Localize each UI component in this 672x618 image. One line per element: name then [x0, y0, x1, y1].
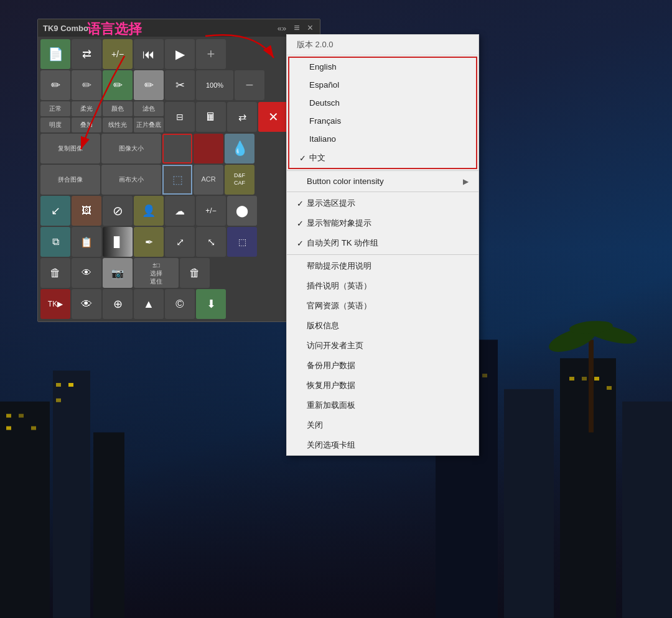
dark-circle-button[interactable]: ⬤ — [227, 196, 257, 226]
submenu-arrow-icon: ▶ — [463, 177, 469, 186]
blend-col-1: 正常 明度 — [40, 101, 70, 132]
select-outline-button[interactable]: ⬚ — [162, 165, 192, 195]
plus-minus-button[interactable]: +/− — [196, 196, 226, 226]
menu-version: 版本 2.0.0 — [287, 35, 478, 55]
menu-restore[interactable]: 恢复用户数据 — [287, 376, 478, 395]
red-fill-button[interactable] — [194, 134, 223, 164]
calculator-button[interactable]: 🖩 — [196, 102, 226, 132]
blend-luminosity[interactable]: 明度 — [40, 118, 70, 132]
show-smart-label: 显示智能对象提示 — [307, 218, 469, 229]
menu-button[interactable]: ≡ — [292, 22, 301, 34]
eye-button[interactable]: 👁 — [72, 289, 101, 319]
rewind-button[interactable]: ⏮ — [134, 39, 164, 69]
trash-button[interactable]: 🗑 — [40, 258, 70, 288]
menu-chinese[interactable]: ✓ 中文 — [289, 148, 476, 168]
photo-button[interactable]: 🖼 — [72, 196, 101, 226]
menu-italiano[interactable]: Italiano — [289, 130, 476, 148]
gradient-button[interactable]: ▊ — [103, 227, 133, 257]
eye-mask-button[interactable]: 👁 — [72, 258, 101, 288]
swap2-button[interactable]: ⇄ — [227, 102, 257, 132]
menu-copyright[interactable]: 版权信息 — [287, 316, 478, 336]
blend-overlay[interactable]: 叠加 — [72, 118, 101, 132]
adjust-button[interactable]: +/− — [103, 39, 133, 69]
blend-multiply[interactable]: 正片叠底 — [134, 118, 164, 132]
plugin-docs-label: 插件说明（英语） — [307, 280, 469, 292]
new-doc-button[interactable]: 📄 — [40, 39, 70, 69]
menu-button-color[interactable]: Button color intensity ▶ — [287, 172, 478, 190]
percentage-button[interactable]: 100% — [196, 70, 233, 100]
copyright-label: 版权信息 — [307, 320, 469, 331]
camera-button[interactable]: 📷 — [103, 258, 133, 288]
copyright-button[interactable]: © — [165, 289, 195, 319]
menu-show-selection[interactable]: ✓ 显示选区提示 — [287, 193, 478, 213]
pencil-white-button[interactable]: ✏ — [72, 70, 101, 100]
paste-button[interactable]: 📋 — [72, 227, 101, 257]
menu-francais[interactable]: Français — [289, 112, 476, 130]
visit-dev-label: 访问开发者主页 — [307, 340, 469, 351]
blend-color[interactable]: 颜色 — [103, 101, 133, 116]
dcf-button[interactable]: D&FCAF — [225, 165, 254, 195]
menu-official-resources[interactable]: 官网资源（英语） — [287, 296, 478, 316]
blend-screen[interactable]: 滤色 — [134, 101, 164, 116]
image-size-button[interactable]: 图像大小 — [101, 134, 161, 164]
copy-button2[interactable]: ⧉ — [40, 227, 70, 257]
pencil-black-button[interactable]: ✏ — [40, 70, 70, 100]
english-label: English — [309, 62, 466, 71]
menu-reload[interactable]: 重新加载面板 — [287, 395, 478, 415]
pen-button[interactable]: ✒ — [134, 227, 164, 257]
menu-close-tab[interactable]: 关闭选项卡组 — [287, 435, 478, 455]
menu-help-tips[interactable]: 帮助提示使用说明 — [287, 256, 478, 276]
mask-edit-button[interactable]: ⊟ — [165, 102, 195, 132]
red-outline-button[interactable] — [162, 134, 192, 164]
crop-button[interactable]: ⬚ — [227, 227, 257, 257]
menu-show-smart[interactable]: ✓ 显示智能对象提示 — [287, 213, 478, 233]
triangle-button[interactable]: ▲ — [134, 289, 164, 319]
select-mask-button[interactable]: ±□选择遮住 — [134, 258, 179, 288]
pencil-green-button[interactable]: ✏ — [103, 70, 133, 100]
blend-soft-light[interactable]: 柔光 — [72, 101, 101, 116]
x-button[interactable]: ✕ — [258, 102, 288, 132]
add-button[interactable]: + — [196, 39, 226, 69]
menu-visit-dev[interactable]: 访问开发者主页 — [287, 336, 478, 356]
espanol-label: Español — [309, 80, 466, 90]
menu-auto-close[interactable]: ✓ 自动关闭 TK 动作组 — [287, 233, 478, 253]
person-button[interactable]: 👤 — [134, 196, 164, 226]
acr-button[interactable]: ACR — [194, 165, 223, 195]
language-group: English Español Deutsch Français Italian… — [288, 57, 477, 169]
blend-normal[interactable]: 正常 — [40, 101, 70, 116]
shrink-button[interactable]: ⤡ — [196, 227, 226, 257]
copy-image-button[interactable]: 复制图像 — [40, 134, 100, 164]
deutsch-label: Deutsch — [309, 98, 466, 108]
arrows-button[interactable]: «» — [276, 23, 288, 34]
canvas-size-button[interactable]: 画布大小 — [101, 165, 161, 195]
close-button[interactable]: × — [306, 22, 315, 34]
no-button[interactable]: ⊘ — [103, 196, 133, 226]
menu-deutsch[interactable]: Deutsch — [289, 94, 476, 112]
row-3: 正常 明度 柔光 叠加 颜色 线性光 滤色 正片叠底 ⊟ 🖩 ⇄ ✕ — [40, 101, 317, 132]
corner-button[interactable]: ↙ — [40, 196, 70, 226]
menu-backup[interactable]: 备份用户数据 — [287, 356, 478, 376]
menu-plugin-docs[interactable]: 插件说明（英语） — [287, 276, 478, 296]
swap-button[interactable]: ⇄ — [72, 39, 101, 69]
francais-label: Français — [309, 116, 466, 126]
layers-button[interactable]: ⊕ — [103, 289, 133, 319]
pencil-gray-button[interactable]: ✏ — [134, 70, 164, 100]
menu-close[interactable]: 关闭 — [287, 415, 478, 435]
close-label: 关闭 — [307, 420, 469, 431]
cut-button[interactable]: ✂ — [165, 70, 195, 100]
tk-play-button[interactable]: TK▶ — [40, 289, 70, 319]
play-button[interactable]: ▶ — [165, 39, 195, 69]
row-6: ↙ 🖼 ⊘ 👤 ☁ +/− ⬤ — [40, 196, 317, 226]
delete-button[interactable]: 🗑 — [180, 258, 210, 288]
water-drop-button[interactable]: 💧 — [225, 134, 254, 164]
tk9-panel: TK9 Combo «» ≡ × 📄 ⇄ +/− ⏮ ▶ + ✏ ✏ ✏ ✏ ✂… — [37, 19, 320, 322]
minus-button[interactable]: − — [235, 70, 264, 100]
merge-image-button[interactable]: 拼合图像 — [40, 165, 100, 195]
blend-linear-light[interactable]: 线性光 — [103, 118, 133, 132]
download-button[interactable]: ⬇ — [196, 289, 226, 319]
cloud-button[interactable]: ☁ — [165, 196, 195, 226]
expand-button[interactable]: ⤢ — [165, 227, 195, 257]
divider-1 — [287, 170, 478, 171]
menu-espanol[interactable]: Español — [289, 76, 476, 94]
menu-english[interactable]: English — [289, 58, 476, 76]
